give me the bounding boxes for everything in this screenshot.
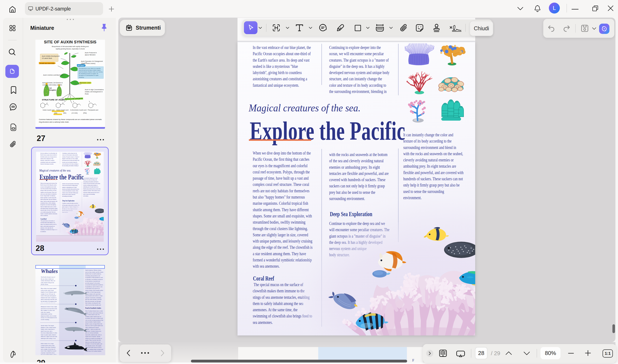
svg-text:Definition: Definition bbox=[78, 65, 84, 66]
svg-text:Growth rate slows down: Growth rate slows down bbox=[40, 63, 55, 64]
